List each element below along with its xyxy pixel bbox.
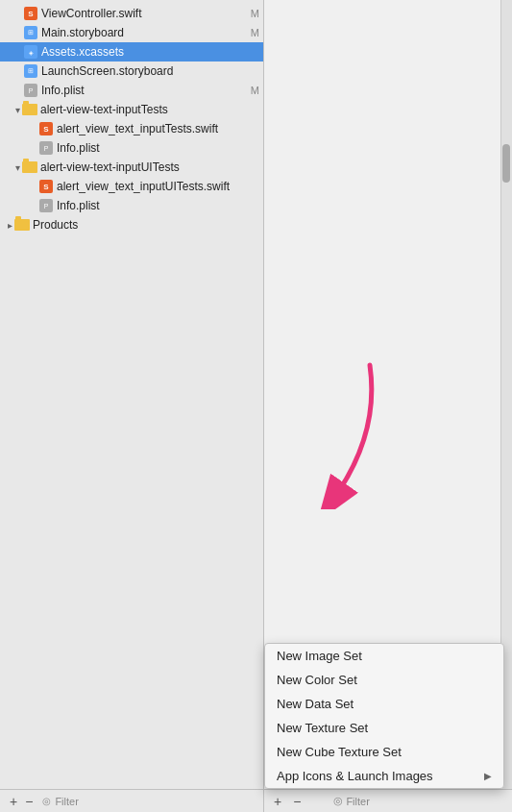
file-name: Info.plist	[57, 141, 259, 155]
file-item-testswift[interactable]: S alert_view_text_inputTests.swift	[0, 119, 263, 138]
scrollbar-thumb[interactable]	[502, 144, 510, 183]
dropdown-item-app-icons[interactable]: App Icons & Launch Images ▶	[265, 764, 503, 788]
file-item-infoplist2[interactable]: P Info.plist	[0, 138, 263, 158]
file-item-viewcontroller[interactable]: S ViewController.swift M	[0, 4, 263, 23]
file-name: alert-view-text-inputTests	[40, 103, 259, 116]
dropdown-item-new-data-set[interactable]: New Data Set	[265, 692, 503, 716]
swift-icon: S	[38, 121, 54, 136]
right-filter-area: ◎ Filter	[333, 795, 369, 807]
file-item-products[interactable]: ▸ Products	[0, 215, 263, 234]
storyboard-icon: ⊞	[23, 63, 38, 79]
file-item-folder-tests[interactable]: ▾ alert-view-text-inputTests	[0, 100, 263, 119]
file-badge: M	[251, 85, 259, 96]
swift-icon: S	[38, 179, 54, 194]
file-name: LaunchScreen.storyboard	[41, 64, 256, 78]
file-item-launchscreen[interactable]: ⊞ LaunchScreen.storyboard	[0, 62, 263, 81]
file-item-mainstoryboard[interactable]: ⊞ Main.storyboard M	[0, 23, 263, 42]
file-item-folder-uitests[interactable]: ▾ alert-view-text-inputUITests	[0, 158, 263, 177]
sidebar-toolbar: + − ◎ Filter	[0, 789, 263, 812]
file-name: ViewController.swift	[41, 7, 247, 20]
dropdown-item-label: New Image Set	[277, 649, 362, 663]
storyboard-icon: ⊞	[23, 25, 38, 40]
dropdown-item-label: New Color Set	[277, 673, 357, 687]
filter-label: Filter	[346, 796, 369, 807]
folder-icon	[22, 102, 37, 117]
dropdown-item-new-texture-set[interactable]: New Texture Set	[265, 716, 503, 740]
right-panel: New Image Set New Color Set New Data Set…	[264, 0, 512, 812]
file-name: Products	[33, 218, 259, 232]
dropdown-item-label: New Texture Set	[277, 721, 368, 735]
file-item-infoplist3[interactable]: P Info.plist	[0, 196, 263, 215]
file-name: Info.plist	[57, 199, 259, 212]
add-button[interactable]: +	[6, 795, 21, 808]
file-name: alert-view-text-inputUITests	[40, 160, 259, 174]
plist-icon: P	[23, 83, 38, 98]
file-name: Info.plist	[41, 84, 247, 97]
dropdown-item-label: App Icons & Launch Images	[277, 769, 433, 783]
file-badge: M	[251, 8, 259, 19]
file-item-infoplist1[interactable]: P Info.plist M	[0, 81, 263, 100]
file-badge: M	[251, 27, 259, 38]
triangle-open-icon: ▾	[15, 105, 20, 115]
right-panel-toolbar: + − ◎ Filter	[264, 789, 512, 812]
file-navigator: S ViewController.swift M ⊞ Main.storyboa…	[0, 0, 264, 812]
submenu-arrow-icon: ▶	[484, 771, 492, 781]
arrow-annotation	[283, 356, 408, 509]
file-item-uitestswift[interactable]: S alert_view_text_inputUITests.swift	[0, 177, 263, 196]
triangle-closed-icon: ▸	[8, 220, 12, 231]
xcassets-icon: ◈	[23, 44, 38, 60]
filter-icon: ◎	[333, 795, 343, 807]
dropdown-item-new-color-set[interactable]: New Color Set	[265, 668, 503, 692]
file-name: alert_view_text_inputUITests.swift	[57, 180, 259, 193]
file-name: alert_view_text_inputTests.swift	[57, 122, 259, 135]
swift-icon: S	[23, 6, 38, 21]
right-remove-button[interactable]: −	[289, 795, 305, 808]
folder-icon	[22, 160, 37, 175]
remove-button[interactable]: −	[21, 795, 37, 808]
plist-icon: P	[38, 140, 54, 156]
dropdown-menu: New Image Set New Color Set New Data Set…	[264, 643, 504, 789]
folder-icon	[14, 217, 30, 233]
plist-icon: P	[38, 198, 54, 213]
file-list: S ViewController.swift M ⊞ Main.storyboa…	[0, 0, 263, 789]
dropdown-item-new-image-set[interactable]: New Image Set	[265, 644, 503, 668]
filter-icon: ◎	[42, 796, 51, 806]
file-name: Main.storyboard	[41, 26, 247, 39]
dropdown-item-label: New Data Set	[277, 697, 354, 711]
dropdown-item-label: New Cube Texture Set	[277, 745, 402, 759]
right-add-button[interactable]: +	[270, 795, 285, 808]
triangle-open-icon: ▾	[15, 162, 20, 173]
filter-label: Filter	[55, 796, 78, 807]
main-layout: S ViewController.swift M ⊞ Main.storyboa…	[0, 0, 512, 812]
dropdown-item-new-cube-texture-set[interactable]: New Cube Texture Set	[265, 740, 503, 764]
file-item-assets[interactable]: ◈ Assets.xcassets	[0, 42, 263, 62]
file-name: Assets.xcassets	[41, 45, 256, 59]
arrow-svg	[283, 356, 408, 509]
plus-minus-area: + −	[270, 795, 305, 808]
